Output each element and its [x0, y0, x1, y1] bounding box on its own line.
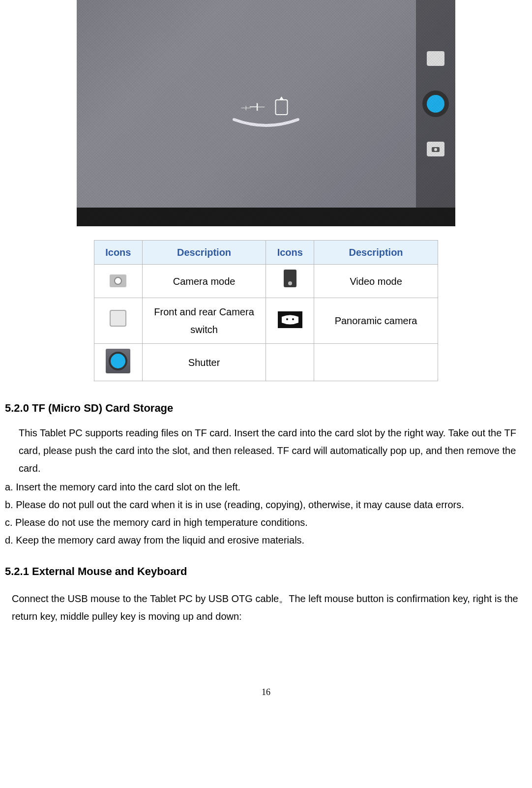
table-desc: Shutter	[142, 344, 266, 381]
camera-center-focus-group: ⊣⊢	[244, 97, 288, 117]
section-body: Connect the USB mouse to the Tablet PC b…	[5, 590, 527, 625]
svg-point-2	[286, 318, 288, 320]
camera-mode-icon	[110, 274, 126, 287]
camera-right-toolbar	[416, 0, 455, 208]
camera-bottom-bar	[77, 208, 455, 226]
mode-arc-icon	[232, 118, 300, 129]
table-header: Description	[142, 241, 266, 265]
shutter-button-icon	[422, 91, 449, 117]
shutter-icon	[106, 349, 130, 373]
panoramic-camera-icon	[278, 311, 302, 328]
list-item: d. Keep the memory card away from the li…	[5, 531, 527, 549]
table-icon-cell	[94, 298, 143, 344]
table-desc: Video mode	[314, 265, 438, 298]
gallery-thumb-icon	[427, 51, 444, 66]
table-icon-cell	[266, 265, 314, 298]
svg-point-3	[292, 318, 294, 320]
list-item: a. Insert the memory card into the card …	[5, 478, 527, 496]
svg-point-1	[434, 148, 437, 151]
list-item: b. Please do not pull out the card when …	[5, 496, 527, 514]
table-icon-cell	[266, 344, 314, 381]
section-intro: This Tablet PC supports reading files on…	[5, 424, 527, 477]
table-icon-cell	[94, 344, 143, 381]
video-mode-icon	[284, 270, 296, 287]
table-desc: Camera mode	[142, 265, 266, 298]
section-heading-521: 5.2.1 External Mouse and Keyboard	[5, 562, 527, 581]
exposure-slider-icon: ⊣⊢	[244, 97, 264, 117]
front-rear-switch-icon	[110, 310, 126, 327]
table-desc	[314, 344, 438, 381]
camera-mode-icon	[427, 142, 444, 156]
page-number: 16	[5, 684, 527, 700]
table-icon-cell	[266, 298, 314, 344]
switch-camera-center-icon	[275, 99, 288, 115]
list-item: c. Please do not use the memory card in …	[5, 514, 527, 531]
table-header: Icons	[266, 241, 314, 265]
table-header: Icons	[94, 241, 143, 265]
table-desc: Panoramic camera	[314, 298, 438, 344]
icon-description-table: Icons Description Icons Description Came…	[94, 240, 438, 381]
table-icon-cell	[94, 265, 143, 298]
table-desc: Front and rear Camera switch	[142, 298, 266, 344]
camera-screenshot: ⊣⊢	[77, 0, 455, 226]
table-header: Description	[314, 241, 438, 265]
section-heading-520: 5.2.0 TF (Micro SD) Card Storage	[5, 398, 527, 418]
